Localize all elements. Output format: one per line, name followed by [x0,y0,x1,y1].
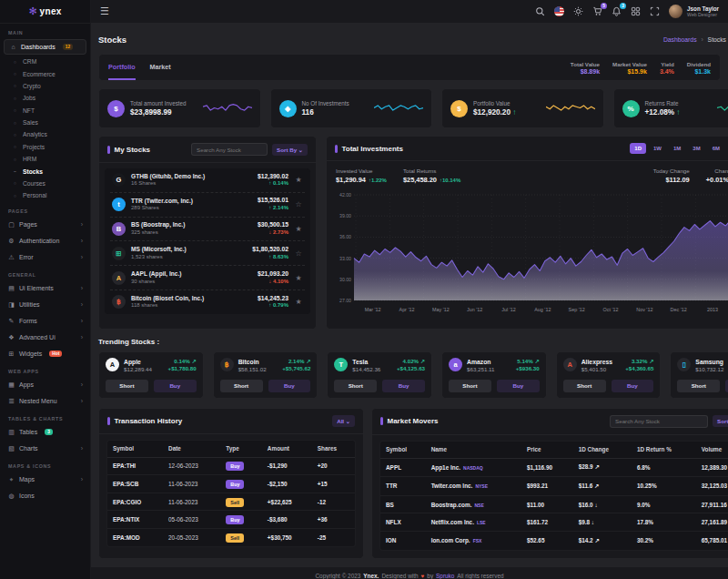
sidebar-item-widgets[interactable]: ⊞WidgetsHot [0,346,90,362]
ministat-market-value: Market Value$15.9k [612,61,647,75]
microsoft-icon: ⊞ [112,247,126,260]
sidebar-subitem-projects[interactable]: ○Projects [0,141,90,153]
bullet-icon: ○ [14,96,18,101]
type-badge-buy: Buy [226,480,244,489]
trending-values: 0.14% ↗+$1,780.80 [168,358,197,373]
sidebar-item-charts[interactable]: ▧Charts› [0,441,90,457]
range-button-1w[interactable]: 1W [649,143,666,154]
sidebar-subitem-crypto[interactable]: ○Crypto [0,80,90,92]
movers-search-input[interactable] [610,415,708,428]
star-icon[interactable]: ★ [294,274,303,282]
sidebar-subitem-crm[interactable]: ○CRM [0,56,90,67]
sidebar-item-authentication[interactable]: ⚙Authentication› [0,233,90,249]
sidebar-item-tables[interactable]: ▥Tables3 [0,424,90,441]
tab-portfolio[interactable]: Portfolio [108,55,136,80]
footer-vendor-link[interactable]: Spruko [436,573,454,579]
sidebar-subitem-nft[interactable]: ○NFT [0,105,90,117]
sidebar-item-utilities[interactable]: ◨Utilities› [0,297,90,313]
star-icon[interactable]: ★ [294,176,303,184]
fullscreen-icon[interactable] [650,6,660,16]
sidebar-item-pages[interactable]: ▢Pages› [0,217,90,233]
buy-button[interactable]: Buy [154,380,197,392]
type-badge-sell: Sell [226,533,244,543]
sidebar-item-ui-elements[interactable]: ▤Ui Elements› [0,280,90,297]
user-menu[interactable]: Json Taylor Web Designer [669,5,719,18]
sidebar-item-forms[interactable]: ✎Forms› [0,313,90,330]
svg-text:Dec '12: Dec '12 [671,307,687,312]
sidebar-subitem-ecommerce[interactable]: ○Ecommerce [0,67,90,79]
range-button-1d[interactable]: 1D [630,143,646,154]
sidebar-subitem-courses[interactable]: ○Courses [0,178,90,189]
buy-button[interactable]: Buy [268,380,311,392]
brand[interactable]: ✻ ynex [0,0,90,24]
transactions-filter-button[interactable]: All ⌄ [332,415,355,427]
stat-value: 116 [302,108,349,117]
apps-grid-icon[interactable] [631,6,641,16]
cart-icon[interactable]: 5 [592,6,602,16]
short-button[interactable]: Short [563,380,606,392]
short-button[interactable]: Short [677,380,720,392]
tab-market[interactable]: Market [150,55,171,80]
stock-change-pct: ↑ 2.14% [258,205,288,212]
bullet-icon: ○ [14,107,18,113]
theme-toggle-icon[interactable] [573,6,583,16]
star-icon[interactable]: ☆ [294,249,303,258]
breadcrumb-dashboards[interactable]: Dashboards [663,36,697,43]
sidebar-item-maps[interactable]: ⌖Maps› [0,472,90,488]
title-accent [107,417,110,425]
stock-value: $12,390.02 [258,173,288,181]
short-button[interactable]: Short [220,380,263,392]
area-chart: 42.0039.0036.0033.0030.0027.00Mar '12Apr… [332,188,728,324]
trending-card-amazon: aAmazon$63,251.115.14% ↗+$936.30ShortBuy [441,351,547,399]
menu-toggle-icon[interactable]: ☰ [100,6,109,16]
movers-sort-button[interactable]: Sort By ⌄ [713,415,728,427]
range-button-3m[interactable]: 3M [688,143,704,154]
column-header-symbol: Symbol [380,442,426,459]
sidebar-subitem-analytics[interactable]: ○Analytics [0,128,90,140]
sidebar-item-advanced-ui[interactable]: ❖Advanced Ui› [0,330,90,346]
sidebar-subitem-personal[interactable]: ○Personal [0,189,90,201]
sidebar-section-label: Tables & Charts [0,410,90,424]
total-returns: Total Returns $25,458.20↑10.14% [403,168,460,184]
star-icon[interactable]: ★ [294,225,303,233]
range-button-6m[interactable]: 6M [708,143,724,154]
sidebar-item-apps[interactable]: ▦Apps› [0,377,90,393]
sidebar-subitem-stocks[interactable]: –Stocks [0,165,90,177]
sidebar-item-dashboards[interactable]: ⌂Dashboards12 [4,39,86,55]
breadcrumb: Dashboards › Stocks [663,36,726,43]
range-button-1m[interactable]: 1M [669,143,685,154]
notifications-icon[interactable]: 3 [612,6,622,16]
star-icon[interactable]: ★ [294,298,303,306]
trending-pct: 4.02% ↗ [397,358,425,365]
sidebar-badge: 3 [45,429,53,435]
stocks-search-input[interactable] [191,143,268,156]
stock-row-bootstrap: BBS (Boostrap, Inc.)325 shares$30,500.15… [110,218,305,242]
stock-change-pct: ↑ 0.79% [258,302,288,310]
sidebar-subitem-label: Crypto [23,83,41,89]
stock-text: GTHB (Gituhb, Demo Inc.)16 Shares [131,173,205,188]
cell-symbol: APPL [380,458,426,477]
error-icon: ⚠ [7,254,15,261]
sidebar-item-icons[interactable]: ◍Icons [0,488,90,504]
search-icon[interactable] [535,6,545,16]
short-button[interactable]: Short [449,380,491,392]
sidebar-item-nested-menu[interactable]: ☰Nested Menu› [0,393,90,410]
sidebar-subitem-sales[interactable]: ○Sales [0,117,90,128]
buy-button[interactable]: Buy [382,380,425,392]
cell-type: Buy [220,457,262,475]
sidebar-subitem-hrm[interactable]: ○HRM [0,153,90,165]
short-button[interactable]: Short [106,380,148,392]
sort-by-button[interactable]: Sort By ⌄ [272,144,308,156]
cell-volume: 27,161.89 [696,513,728,532]
buy-button[interactable]: Buy [612,380,654,392]
topbar-actions: 5 3 Json Taylor Web Designer [535,5,719,18]
language-flag-icon[interactable] [554,6,564,16]
trending-name: Aliexpress [581,358,612,366]
star-icon[interactable]: ☆ [294,200,303,208]
short-button[interactable]: Short [334,380,377,392]
sidebar-subitem-jobs[interactable]: ○Jobs [0,92,90,104]
ministat-value: 3.4% [660,68,674,75]
transactions-table-box: SymbolDateTypeAmountSharesEPA:THI12-06-2… [106,440,356,547]
buy-button[interactable]: Buy [497,380,540,392]
sidebar-item-error[interactable]: ⚠Error› [0,249,90,266]
